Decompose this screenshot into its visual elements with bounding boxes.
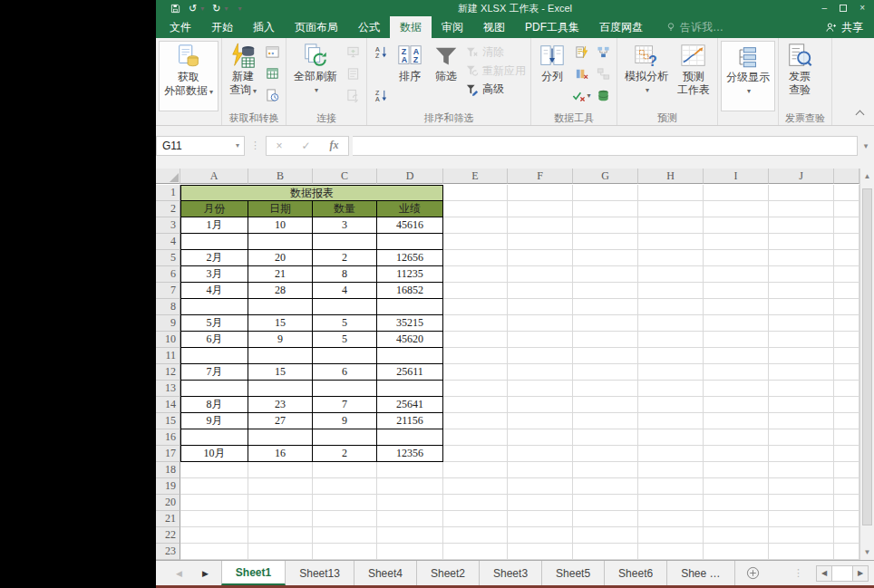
- row-header-2[interactable]: 2: [156, 201, 180, 217]
- cell-G3[interactable]: [573, 217, 638, 234]
- collapse-ribbon-button[interactable]: [856, 111, 865, 120]
- cell-I18[interactable]: [704, 462, 769, 478]
- cell-F14[interactable]: [508, 397, 573, 413]
- cell-partial-12[interactable]: [834, 364, 859, 381]
- col-header-E[interactable]: E: [443, 169, 508, 184]
- cell-E13[interactable]: [443, 381, 508, 397]
- minimize-button[interactable]: –: [822, 4, 828, 13]
- cell-A17[interactable]: 10月: [180, 446, 248, 462]
- cell-J16[interactable]: [769, 429, 834, 446]
- cell-D12[interactable]: 25611: [377, 364, 443, 381]
- cell-J21[interactable]: [769, 511, 834, 527]
- ribbon-tab-insert[interactable]: 插入: [243, 16, 285, 38]
- row-header-1[interactable]: 1: [156, 185, 180, 201]
- forecast-sheet-button[interactable]: 预测工作表: [673, 41, 714, 111]
- cell-H13[interactable]: [638, 381, 704, 397]
- cell-B23[interactable]: [248, 544, 313, 560]
- cell-C13[interactable]: [313, 381, 377, 397]
- cell-E7[interactable]: [443, 283, 508, 299]
- table-header-日期[interactable]: 日期: [248, 201, 313, 217]
- row-header-6[interactable]: 6: [156, 266, 180, 283]
- new-sheet-button[interactable]: [746, 561, 760, 585]
- cell-G8[interactable]: [573, 299, 638, 315]
- cell-partial-9[interactable]: [834, 315, 859, 332]
- sheet-tab-Sheet2[interactable]: Sheet2: [417, 561, 480, 585]
- remove-duplicates-button[interactable]: [571, 64, 591, 82]
- cell-D11[interactable]: [377, 348, 443, 364]
- sheet-tab-Sheet1[interactable]: Sheet1: [221, 561, 286, 585]
- row-header-17[interactable]: 17: [156, 446, 180, 462]
- cell-E11[interactable]: [443, 348, 508, 364]
- cell-partial-14[interactable]: [834, 397, 859, 413]
- cell-E6[interactable]: [443, 266, 508, 283]
- sheet-tab-Sheet13[interactable]: Sheet13: [286, 561, 354, 585]
- cell-D7[interactable]: 16852: [377, 283, 443, 299]
- cell-F5[interactable]: [508, 250, 573, 266]
- cell-partial-22[interactable]: [834, 527, 859, 544]
- ribbon-tab-view[interactable]: 视图: [473, 16, 515, 38]
- customize-qat-button[interactable]: ▾: [236, 5, 241, 13]
- cell-F12[interactable]: [508, 364, 573, 381]
- cell-F9[interactable]: [508, 315, 573, 332]
- cell-A11[interactable]: [180, 348, 248, 364]
- cell-partial-23[interactable]: [834, 544, 859, 560]
- cell-F7[interactable]: [508, 283, 573, 299]
- cell-C7[interactable]: 4: [313, 283, 377, 299]
- cell-E19[interactable]: [443, 478, 508, 495]
- cell-D8[interactable]: [377, 299, 443, 315]
- cell-F6[interactable]: [508, 266, 573, 283]
- row-header-7[interactable]: 7: [156, 283, 180, 299]
- cell-G13[interactable]: [573, 381, 638, 397]
- share-button[interactable]: 共享: [814, 16, 874, 38]
- cell-C21[interactable]: [313, 511, 377, 527]
- cell-G5[interactable]: [573, 250, 638, 266]
- cell-D16[interactable]: [377, 429, 443, 446]
- row-header-5[interactable]: 5: [156, 250, 180, 266]
- cell-E12[interactable]: [443, 364, 508, 381]
- cell-F23[interactable]: [508, 544, 573, 560]
- cell-J6[interactable]: [769, 266, 834, 283]
- sheet-tab-Sheet6[interactable]: Sheet6: [605, 561, 667, 585]
- refresh-all-button[interactable]: 全部刷新▾: [289, 41, 342, 111]
- col-header-D[interactable]: D: [377, 169, 443, 184]
- cell-C12[interactable]: 6: [313, 364, 377, 381]
- consolidate-button[interactable]: [593, 43, 613, 61]
- cell-B11[interactable]: [248, 348, 313, 364]
- col-header-H[interactable]: H: [638, 169, 704, 184]
- cell-I7[interactable]: [704, 283, 769, 299]
- cell-E17[interactable]: [443, 446, 508, 462]
- row-header-16[interactable]: 16: [156, 429, 180, 446]
- cell-E18[interactable]: [443, 462, 508, 478]
- cell-partial-6[interactable]: [834, 266, 859, 283]
- cell-I10[interactable]: [704, 332, 769, 348]
- cell-H2[interactable]: [638, 201, 704, 217]
- cell-E20[interactable]: [443, 495, 508, 511]
- cell-C18[interactable]: [313, 462, 377, 478]
- cell-A5[interactable]: 2月: [180, 250, 248, 266]
- cell-C6[interactable]: 8: [313, 266, 377, 283]
- cell-B3[interactable]: 10: [248, 217, 313, 234]
- cell-B9[interactable]: 15: [248, 315, 313, 332]
- sort-button[interactable]: ZAAZ排序: [392, 41, 428, 111]
- cell-G6[interactable]: [573, 266, 638, 283]
- sheet-tab-Shee-truncated[interactable]: Shee …: [667, 561, 734, 585]
- cell-I23[interactable]: [704, 544, 769, 560]
- cell-E23[interactable]: [443, 544, 508, 560]
- cell-D14[interactable]: 25641: [377, 397, 443, 413]
- cell-G14[interactable]: [573, 397, 638, 413]
- edit-links-button[interactable]: [343, 86, 363, 104]
- data-validation-button[interactable]: ▾: [571, 86, 591, 104]
- row-header-10[interactable]: 10: [156, 332, 180, 348]
- cell-A16[interactable]: [180, 429, 248, 446]
- cell-B20[interactable]: [248, 495, 313, 511]
- cell-F8[interactable]: [508, 299, 573, 315]
- cell-A22[interactable]: [180, 527, 248, 544]
- cell-I3[interactable]: [704, 217, 769, 234]
- ribbon-tab-home[interactable]: 开始: [201, 16, 243, 38]
- cell-H7[interactable]: [638, 283, 704, 299]
- cell-E8[interactable]: [443, 299, 508, 315]
- cell-B13[interactable]: [248, 381, 313, 397]
- scroll-down-icon[interactable]: ▼: [860, 545, 874, 560]
- manage-data-model-button[interactable]: [593, 86, 613, 104]
- cell-H22[interactable]: [638, 527, 704, 544]
